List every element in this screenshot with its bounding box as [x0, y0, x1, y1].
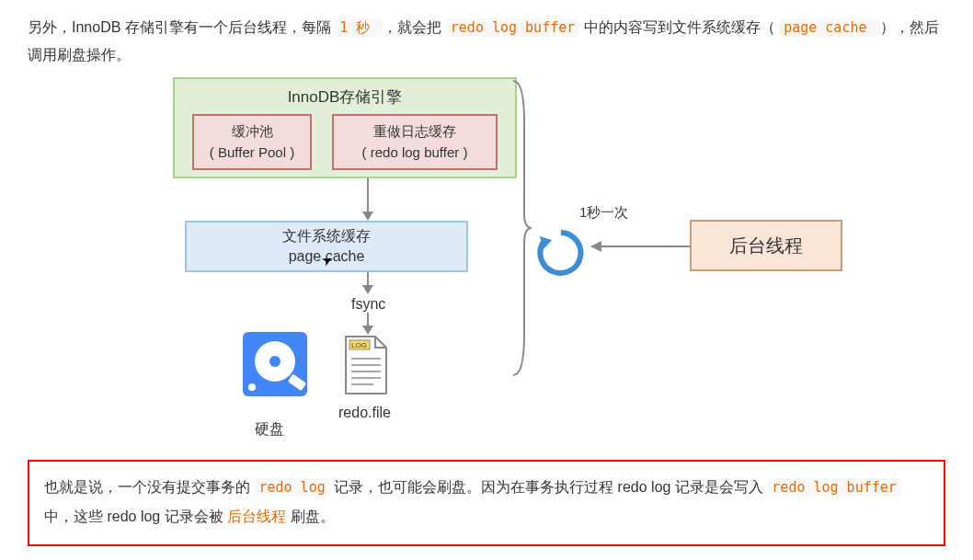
buffer-pool-l2: ( Buffer Pool ) [203, 143, 301, 164]
page-cache-box: 文件系统缓存 page cache ➤ [185, 221, 468, 272]
hard-disk-icon [239, 328, 311, 400]
code-redo-log-buffer2: redo log buffer [767, 478, 900, 497]
redo-file-label: redo.file [338, 399, 391, 427]
innodb-engine-box: InnoDB存储引擎 缓冲池 ( Buffer Pool ) 重做日志缓存 ( … [173, 77, 517, 178]
buffer-pool-box: 缓冲池 ( Buffer Pool ) [192, 114, 312, 170]
arrow-redo-to-pagecache [359, 178, 377, 221]
svg-point-9 [248, 383, 256, 391]
bg-thread-text: 后台线程 [227, 509, 286, 524]
text: 另外，InnoDB 存储引擎有一个后台线程，每隔 [28, 19, 335, 35]
text: ，就会把 [383, 19, 445, 35]
disk-label: 硬盘 [255, 416, 284, 443]
log-file-icon: LOG [340, 333, 392, 397]
code-interval: 1 秒 [335, 18, 383, 37]
svg-marker-19 [590, 241, 601, 252]
text: 刷盘。 [291, 509, 335, 524]
redo-buffer-l1: 重做日志缓存 [343, 121, 486, 143]
svg-point-8 [269, 356, 280, 367]
brace-icon [509, 75, 533, 381]
text: 记录，也可能会刷盘。因为在事务执行过程 redo log 记录是会写入 [334, 479, 763, 495]
refresh-cycle-icon [535, 227, 587, 279]
intro-paragraph: 另外，InnoDB 存储引擎有一个后台线程，每隔 1 秒 ，就会把 redo l… [28, 14, 945, 70]
diagram: InnoDB存储引擎 缓冲池 ( Buffer Pool ) 重做日志缓存 ( … [28, 75, 945, 452]
redo-buffer-l2: ( redo log buffer ) [343, 143, 486, 164]
arrow-bgthread-to-spinner [590, 239, 690, 254]
text: 中的内容写到文件系统缓存（ [584, 19, 779, 35]
code-page-cache: page cache [779, 18, 879, 37]
summary-highlight-box: 也就是说，一个没有提交事务的 redo log 记录，也可能会刷盘。因为在事务执… [28, 460, 945, 546]
text: 中，这些 redo log 记录会被 [44, 509, 227, 524]
innodb-title: InnoDB存储引擎 [175, 83, 515, 112]
text: 也就是说，一个没有提交事务的 [44, 479, 254, 495]
arrow-fsync-down [359, 313, 377, 335]
redo-log-buffer-box: 重做日志缓存 ( redo log buffer ) [332, 114, 498, 170]
buffer-pool-l1: 缓冲池 [203, 121, 301, 143]
log-tab-text: LOG [351, 341, 367, 349]
bg-thread-label: 后台线程 [729, 228, 803, 263]
background-thread-box: 后台线程 [690, 220, 842, 271]
svg-marker-1 [362, 211, 373, 221]
code-redo-log: redo log [254, 478, 329, 497]
code-redo-log-buffer: redo log buffer [446, 18, 579, 37]
spinner-label: 1秒一次 [579, 200, 628, 226]
page-cache-l1: 文件系统缓存 [187, 226, 466, 246]
